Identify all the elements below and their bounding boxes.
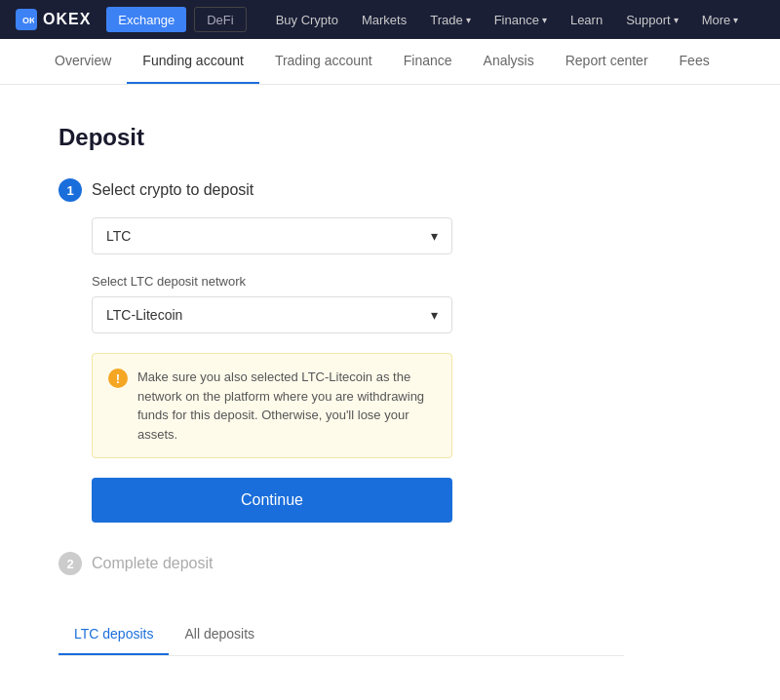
- crypto-dropdown-value: LTC: [106, 228, 131, 244]
- exchange-button[interactable]: Exchange: [106, 7, 186, 32]
- step2-header: 2 Complete deposit: [58, 552, 624, 575]
- network-label: Select LTC deposit network: [92, 274, 452, 289]
- nav-trading-account[interactable]: Trading account: [259, 39, 388, 84]
- svg-text:OK: OK: [22, 16, 34, 25]
- nav-link-markets[interactable]: Markets: [352, 0, 416, 39]
- step1-label: Select crypto to deposit: [92, 181, 254, 199]
- nav-link-buy-crypto[interactable]: Buy Crypto: [266, 0, 348, 39]
- logo-text: OKEX: [43, 11, 91, 28]
- network-dropdown-value: LTC-Litecoin: [106, 307, 182, 323]
- step2-number: 2: [58, 552, 82, 575]
- step2-container: 2 Complete deposit: [58, 552, 624, 575]
- nav-link-more[interactable]: More ▾: [692, 0, 749, 39]
- step1-header: 1 Select crypto to deposit: [58, 178, 624, 202]
- step2-label: Complete deposit: [92, 555, 214, 572]
- nav-link-finance[interactable]: Finance ▾: [485, 0, 557, 39]
- warning-text: Make sure you also selected LTC-Litecoin…: [137, 368, 436, 444]
- nav-funding-account[interactable]: Funding account: [127, 39, 259, 84]
- continue-button[interactable]: Continue: [92, 478, 452, 523]
- chevron-down-icon: ▾: [431, 228, 438, 244]
- step1-number: 1: [58, 178, 82, 202]
- main-content: Deposit 1 Select crypto to deposit LTC ▾…: [0, 85, 682, 695]
- network-dropdown[interactable]: LTC-Litecoin ▾: [92, 296, 452, 333]
- chevron-down-icon: ▾: [733, 15, 738, 25]
- nav-report-center[interactable]: Report center: [550, 39, 664, 84]
- crypto-dropdown[interactable]: LTC ▾: [92, 217, 452, 254]
- nav-link-learn[interactable]: Learn: [561, 0, 612, 39]
- second-navigation: Overview Funding account Trading account…: [0, 39, 780, 85]
- nav-overview[interactable]: Overview: [39, 39, 127, 84]
- tab-all-deposits[interactable]: All deposits: [169, 614, 270, 655]
- logo[interactable]: OK OKEX: [16, 9, 91, 30]
- chevron-down-icon: ▾: [674, 15, 679, 25]
- nav-link-trade[interactable]: Trade ▾: [420, 0, 480, 39]
- page-title: Deposit: [58, 124, 624, 151]
- step1-form: LTC ▾ Select LTC deposit network LTC-Lit…: [92, 217, 452, 523]
- tab-ltc-deposits[interactable]: LTC deposits: [58, 614, 169, 655]
- warning-icon: !: [108, 369, 128, 388]
- bottom-tabs: LTC deposits All deposits: [58, 614, 624, 656]
- nav-fees[interactable]: Fees: [664, 39, 725, 84]
- nav-links: Buy Crypto Markets Trade ▾ Finance ▾ Lea…: [266, 0, 764, 39]
- nav-analysis[interactable]: Analysis: [468, 39, 550, 84]
- chevron-down-icon: ▾: [466, 15, 471, 25]
- logo-icon: OK: [16, 9, 37, 30]
- step1-container: 1 Select crypto to deposit LTC ▾ Select …: [58, 178, 624, 523]
- nav-finance[interactable]: Finance: [388, 39, 468, 84]
- warning-box: ! Make sure you also selected LTC-Liteco…: [92, 353, 452, 458]
- defi-button[interactable]: DeFi: [194, 7, 246, 32]
- nav-link-support[interactable]: Support ▾: [616, 0, 688, 39]
- chevron-down-icon: ▾: [431, 307, 438, 323]
- chevron-down-icon: ▾: [542, 15, 547, 25]
- top-navigation: OK OKEX Exchange DeFi Buy Crypto Markets…: [0, 0, 780, 39]
